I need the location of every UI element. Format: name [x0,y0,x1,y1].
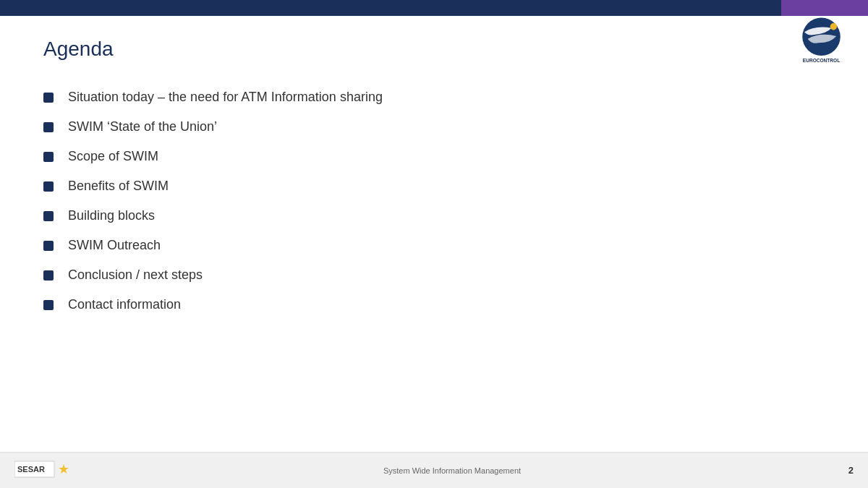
agenda-item-text: SWIM Outreach [68,238,161,253]
agenda-item: Building blocks [43,201,825,231]
bullet-icon [43,300,54,310]
agenda-item-text: Conclusion / next steps [68,267,203,283]
bullet-icon [43,211,54,221]
bullet-icon [43,93,54,103]
bullet-icon [43,152,54,162]
bottom-bar: SESAR ★ System Wide Information Manageme… [0,452,868,488]
agenda-item: Conclusion / next steps [43,260,825,290]
footer-center: System Wide Information Management [72,466,832,475]
bullet-icon [43,181,54,192]
footer-left: SESAR ★ [14,458,72,483]
page-title: Agenda [43,38,825,61]
agenda-item-text: Benefits of SWIM [68,179,169,194]
agenda-item-text: SWIM ‘State of the Union’ [68,119,217,134]
svg-text:★: ★ [58,462,69,476]
agenda-item-text: Building blocks [68,208,155,223]
agenda-item: Benefits of SWIM [43,171,825,201]
agenda-item: SWIM Outreach [43,231,825,260]
agenda-item: Scope of SWIM [43,142,825,171]
bullet-icon [43,270,54,281]
agenda-list: Situation today – the need for ATM Infor… [43,82,825,320]
agenda-item-text: Situation today – the need for ATM Infor… [68,90,383,105]
agenda-item: Situation today – the need for ATM Infor… [43,82,825,112]
agenda-item: Contact information [43,290,825,320]
bullet-icon [43,122,54,132]
agenda-item-text: Contact information [68,297,181,312]
agenda-item: SWIM ‘State of the Union’ [43,112,825,142]
main-content: Agenda Situation today – the need for AT… [0,16,868,452]
top-bar [0,0,868,16]
footer-page-number: 2 [832,465,854,476]
agenda-item-text: Scope of SWIM [68,149,158,164]
bullet-icon [43,241,54,251]
svg-text:SESAR: SESAR [17,465,45,474]
sesar-logo: SESAR ★ [14,458,72,483]
